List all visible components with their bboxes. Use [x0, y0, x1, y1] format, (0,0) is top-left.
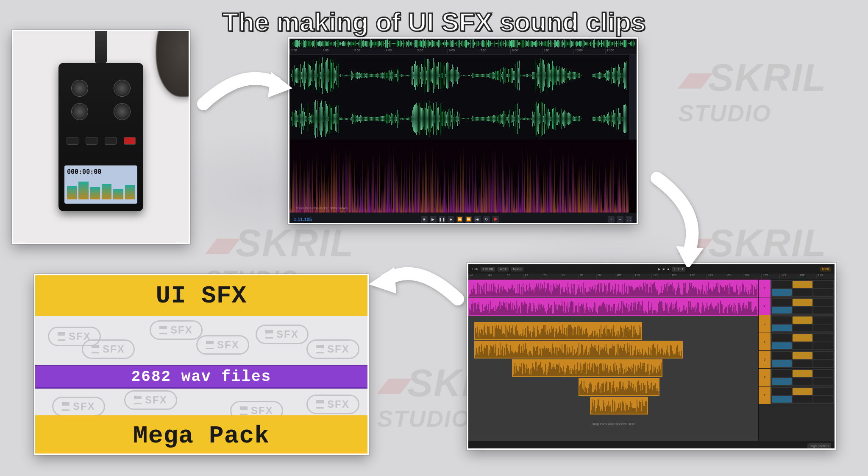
sfx-badge: SFX	[82, 339, 135, 359]
mixer-strip[interactable]: 2	[759, 297, 835, 315]
product-header: UI SFX	[35, 275, 367, 316]
product-file-count: 2682 wav files	[35, 365, 367, 389]
daw-stop-button[interactable]: ■	[663, 267, 665, 271]
view-tools: + − ⛶	[608, 216, 632, 223]
daw-footer: High pitched	[468, 441, 835, 450]
sfx-badge: SFX	[52, 397, 105, 415]
sfx-badge: SFX	[306, 339, 359, 359]
tempo-field[interactable]: 120.00	[481, 267, 495, 272]
daw-footer-label[interactable]: High pitched	[807, 443, 831, 449]
daw-time-ruler[interactable]: 4149576573818997105113121129137145153161…	[468, 274, 835, 280]
sfx-badge: SFX	[150, 320, 203, 340]
daw-track-mixer: 1234567	[758, 280, 835, 441]
drop-hint: Drop Files and Devices Here	[592, 422, 635, 426]
waveform-display[interactable]	[289, 55, 637, 140]
zoom-in-button[interactable]: +	[608, 216, 615, 223]
sfx-badge: SFX	[230, 401, 283, 415]
shotgun-mic	[95, 30, 107, 63]
sfx-badge: SFX	[306, 395, 359, 414]
product-subtitle: Mega Pack	[133, 422, 270, 450]
daw-clip[interactable]	[474, 322, 643, 340]
daw-clip[interactable]	[468, 280, 758, 297]
mixer-strip[interactable]: 5	[759, 351, 835, 369]
prev-button[interactable]: ⏮	[448, 216, 454, 223]
product-body: 2682 wav files SFXSFXSFXSFXSFXSFXSFXSFXS…	[35, 316, 367, 415]
zoom-out-button[interactable]: −	[617, 216, 623, 223]
loop-button[interactable]: ↻	[483, 216, 490, 223]
pause-button[interactable]: ❚❚	[439, 216, 445, 223]
daw-record-button[interactable]: ●	[667, 267, 669, 271]
daw-clip[interactable]	[468, 298, 758, 316]
editor-footer: 1.11.105 ■ ▶ ❚❚ ⏮ ⏪ ⏩ ⏭ ↻ + − ⛶	[289, 213, 637, 224]
daw-panel: Link 120.00 4 / 4 None ▶ ■ ● 1. 1. 1 MID…	[467, 263, 836, 450]
forward-button[interactable]: ⏩	[465, 216, 472, 223]
daw-toolbar: Link 120.00 4 / 4 None ▶ ■ ● 1. 1. 1 MID…	[468, 264, 835, 274]
next-button[interactable]: ⏭	[474, 216, 481, 223]
product-card: UI SFX 2682 wav files SFXSFXSFXSFXSFXSFX…	[34, 274, 369, 455]
mixer-strip[interactable]: 6	[759, 369, 835, 386]
recorder-screen: 000:00:00	[64, 165, 137, 204]
transport-controls: ■ ▶ ❚❚ ⏮ ⏪ ⏩ ⏭ ↻	[421, 216, 499, 223]
daw-arrangement[interactable]: Drop Files and Devices Here	[468, 280, 758, 441]
product-title: UI SFX	[156, 282, 247, 310]
daw-play-button[interactable]: ▶	[658, 267, 660, 271]
status-field[interactable]: None	[511, 267, 523, 272]
recorder-timecode: 000:00:00	[67, 168, 135, 176]
daw-clip[interactable]	[590, 397, 648, 414]
waveform-overview[interactable]	[289, 39, 637, 49]
bar-position-field[interactable]: 1. 1. 1	[672, 267, 685, 272]
audio-editor-panel: 1:002:003:004:005:006:007:008:009:0010:0…	[288, 37, 638, 224]
daw-clip[interactable]	[512, 359, 663, 377]
mixer-strip[interactable]: 3	[759, 315, 835, 333]
daw-clip[interactable]	[474, 341, 683, 358]
spectrogram-display[interactable]: Zoom in to display the pitch curves	[289, 140, 637, 213]
mic-windscreen	[156, 30, 190, 97]
sfx-badge: SFX	[256, 325, 309, 344]
time-ruler[interactable]: 1:002:003:004:005:006:007:008:009:0010:0…	[289, 49, 637, 55]
timesig-field[interactable]: 4 / 4	[498, 267, 509, 272]
sfx-badge: SFX	[196, 335, 249, 355]
product-footer: Mega Pack	[35, 415, 367, 455]
record-button[interactable]	[492, 216, 499, 223]
recorder-photo-panel: 000:00:00	[12, 30, 190, 244]
mixer-strip[interactable]: 1	[759, 280, 835, 297]
field-recorder: 000:00:00	[58, 63, 143, 211]
daw-clip[interactable]	[579, 378, 660, 396]
link-button[interactable]: Link	[472, 267, 478, 271]
mixer-strip[interactable]: 7	[759, 386, 835, 404]
sfx-badge: SFX	[124, 390, 177, 410]
stop-button[interactable]: ■	[421, 216, 428, 223]
zoom-fit-button[interactable]: ⛶	[626, 216, 632, 223]
rewind-button[interactable]: ⏪	[456, 216, 463, 223]
playhead-timecode: 1.11.105	[294, 217, 312, 222]
amplitude-ruler	[629, 55, 637, 140]
mixer-strip[interactable]: 4	[759, 333, 835, 351]
midi-indicator[interactable]: MIDI	[820, 267, 831, 272]
play-button[interactable]: ▶	[430, 216, 437, 223]
